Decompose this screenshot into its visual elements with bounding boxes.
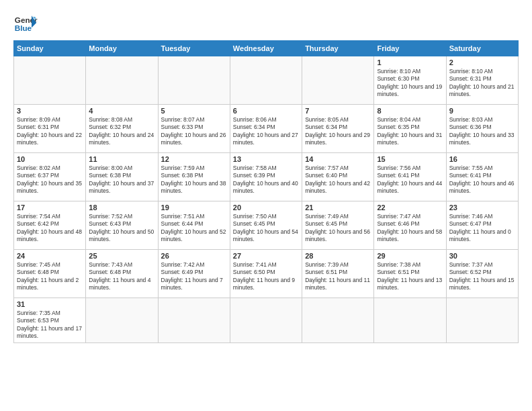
day-number: 12: [161, 155, 227, 163]
day-number: 24: [17, 252, 83, 260]
calendar-cell: 1Sunrise: 8:10 AM Sunset: 6:30 PM Daylig…: [374, 56, 446, 105]
day-number: 15: [377, 155, 443, 163]
day-number: 30: [449, 252, 515, 260]
calendar-cell: [302, 298, 374, 343]
calendar-cell: 26Sunrise: 7:42 AM Sunset: 6:49 PM Dayli…: [158, 250, 230, 298]
calendar-cell: [158, 298, 230, 343]
calendar-cell: 2Sunrise: 8:10 AM Sunset: 6:31 PM Daylig…: [446, 56, 518, 105]
day-info: Sunrise: 8:03 AM Sunset: 6:36 PM Dayligh…: [449, 116, 515, 146]
day-info: Sunrise: 7:35 AM Sunset: 6:53 PM Dayligh…: [17, 310, 82, 339]
calendar-week-row: 31Sunrise: 7:35 AM Sunset: 6:53 PM Dayli…: [14, 298, 519, 343]
calendar-week-row: 24Sunrise: 7:45 AM Sunset: 6:48 PM Dayli…: [14, 250, 519, 298]
calendar-cell: 27Sunrise: 7:41 AM Sunset: 6:50 PM Dayli…: [230, 250, 302, 298]
calendar-cell: 3Sunrise: 8:09 AM Sunset: 6:31 PM Daylig…: [14, 105, 86, 153]
calendar-cell: 8Sunrise: 8:04 AM Sunset: 6:35 PM Daylig…: [374, 105, 446, 153]
day-info: Sunrise: 7:55 AM Sunset: 6:41 PM Dayligh…: [449, 165, 515, 194]
calendar-cell: 29Sunrise: 7:38 AM Sunset: 6:51 PM Dayli…: [374, 250, 446, 298]
day-number: 1: [377, 58, 443, 66]
calendar-cell: 7Sunrise: 8:05 AM Sunset: 6:34 PM Daylig…: [302, 105, 374, 153]
day-info: Sunrise: 8:05 AM Sunset: 6:34 PM Dayligh…: [305, 116, 370, 146]
day-number: 29: [377, 252, 443, 260]
weekday-header-monday: Monday: [86, 41, 158, 56]
day-info: Sunrise: 8:02 AM Sunset: 6:37 PM Dayligh…: [17, 165, 82, 194]
svg-text:Blue: Blue: [15, 24, 32, 32]
day-info: Sunrise: 8:04 AM Sunset: 6:35 PM Dayligh…: [377, 116, 442, 146]
header: General Blue: [13, 11, 519, 35]
calendar-cell: [302, 56, 374, 105]
weekday-header-friday: Friday: [374, 41, 446, 56]
calendar-cell: 4Sunrise: 8:08 AM Sunset: 6:32 PM Daylig…: [86, 105, 158, 153]
day-number: 28: [305, 252, 371, 260]
day-info: Sunrise: 7:43 AM Sunset: 6:48 PM Dayligh…: [89, 261, 150, 291]
calendar-cell: 23Sunrise: 7:46 AM Sunset: 6:47 PM Dayli…: [446, 201, 518, 250]
calendar-cell: [230, 298, 302, 343]
day-number: 11: [89, 155, 154, 163]
calendar-week-row: 10Sunrise: 8:02 AM Sunset: 6:37 PM Dayli…: [14, 153, 519, 201]
day-info: Sunrise: 7:54 AM Sunset: 6:42 PM Dayligh…: [17, 213, 82, 242]
calendar-cell: 18Sunrise: 7:52 AM Sunset: 6:43 PM Dayli…: [86, 201, 158, 250]
day-info: Sunrise: 7:38 AM Sunset: 6:51 PM Dayligh…: [377, 261, 442, 291]
day-info: Sunrise: 8:07 AM Sunset: 6:33 PM Dayligh…: [161, 116, 226, 146]
calendar-cell: 9Sunrise: 8:03 AM Sunset: 6:36 PM Daylig…: [446, 105, 518, 153]
day-info: Sunrise: 7:37 AM Sunset: 6:52 PM Dayligh…: [449, 261, 515, 291]
day-info: Sunrise: 8:09 AM Sunset: 6:31 PM Dayligh…: [17, 116, 82, 146]
day-info: Sunrise: 7:41 AM Sunset: 6:50 PM Dayligh…: [233, 261, 295, 291]
weekday-header-tuesday: Tuesday: [158, 41, 230, 56]
calendar-cell: 21Sunrise: 7:49 AM Sunset: 6:45 PM Dayli…: [302, 201, 374, 250]
weekday-header-saturday: Saturday: [446, 41, 518, 56]
day-number: 14: [305, 155, 371, 163]
day-info: Sunrise: 7:46 AM Sunset: 6:47 PM Dayligh…: [449, 213, 511, 242]
calendar-cell: 15Sunrise: 7:56 AM Sunset: 6:41 PM Dayli…: [374, 153, 446, 201]
day-info: Sunrise: 7:59 AM Sunset: 6:38 PM Dayligh…: [161, 165, 226, 194]
calendar-cell: [230, 56, 302, 105]
day-number: 22: [377, 203, 443, 212]
calendar-week-row: 1Sunrise: 8:10 AM Sunset: 6:30 PM Daylig…: [14, 56, 519, 105]
logo: General Blue: [13, 11, 38, 35]
day-number: 4: [89, 107, 154, 115]
calendar-cell: 31Sunrise: 7:35 AM Sunset: 6:53 PM Dayli…: [14, 298, 86, 343]
calendar-week-row: 17Sunrise: 7:54 AM Sunset: 6:42 PM Dayli…: [14, 201, 519, 250]
day-info: Sunrise: 8:10 AM Sunset: 6:31 PM Dayligh…: [449, 68, 515, 97]
calendar-cell: 16Sunrise: 7:55 AM Sunset: 6:41 PM Dayli…: [446, 153, 518, 201]
calendar-cell: 17Sunrise: 7:54 AM Sunset: 6:42 PM Dayli…: [14, 201, 86, 250]
calendar-cell: 6Sunrise: 8:06 AM Sunset: 6:34 PM Daylig…: [230, 105, 302, 153]
day-number: 17: [17, 203, 83, 212]
weekday-header-wednesday: Wednesday: [230, 41, 302, 56]
day-number: 6: [233, 107, 299, 115]
day-number: 2: [449, 58, 515, 66]
calendar-cell: 25Sunrise: 7:43 AM Sunset: 6:48 PM Dayli…: [86, 250, 158, 298]
day-info: Sunrise: 7:39 AM Sunset: 6:51 PM Dayligh…: [305, 261, 370, 291]
day-number: 10: [17, 155, 83, 163]
day-info: Sunrise: 8:00 AM Sunset: 6:38 PM Dayligh…: [89, 165, 154, 194]
calendar-cell: 12Sunrise: 7:59 AM Sunset: 6:38 PM Dayli…: [158, 153, 230, 201]
day-info: Sunrise: 8:10 AM Sunset: 6:30 PM Dayligh…: [377, 68, 442, 97]
day-number: 8: [377, 107, 443, 115]
calendar-cell: 13Sunrise: 7:58 AM Sunset: 6:39 PM Dayli…: [230, 153, 302, 201]
calendar-table: SundayMondayTuesdayWednesdayThursdayFrid…: [13, 40, 519, 343]
calendar-cell: [86, 56, 158, 105]
day-number: 16: [449, 155, 515, 163]
day-info: Sunrise: 7:49 AM Sunset: 6:45 PM Dayligh…: [305, 213, 370, 242]
day-number: 7: [305, 107, 371, 115]
calendar-cell: 24Sunrise: 7:45 AM Sunset: 6:48 PM Dayli…: [14, 250, 86, 298]
day-number: 3: [17, 107, 83, 115]
calendar-cell: 28Sunrise: 7:39 AM Sunset: 6:51 PM Dayli…: [302, 250, 374, 298]
day-info: Sunrise: 8:06 AM Sunset: 6:34 PM Dayligh…: [233, 116, 298, 146]
day-number: 19: [161, 203, 227, 212]
calendar-cell: 30Sunrise: 7:37 AM Sunset: 6:52 PM Dayli…: [446, 250, 518, 298]
calendar-cell: [14, 56, 86, 105]
day-number: 27: [233, 252, 299, 260]
day-number: 13: [233, 155, 299, 163]
day-info: Sunrise: 8:08 AM Sunset: 6:32 PM Dayligh…: [89, 116, 154, 146]
calendar-cell: [374, 298, 446, 343]
day-info: Sunrise: 7:45 AM Sunset: 6:48 PM Dayligh…: [17, 261, 79, 291]
day-info: Sunrise: 7:47 AM Sunset: 6:46 PM Dayligh…: [377, 213, 442, 242]
day-number: 26: [161, 252, 227, 260]
weekday-header-sunday: Sunday: [14, 41, 86, 56]
day-info: Sunrise: 7:50 AM Sunset: 6:45 PM Dayligh…: [233, 213, 298, 242]
calendar-cell: [158, 56, 230, 105]
day-info: Sunrise: 7:51 AM Sunset: 6:44 PM Dayligh…: [161, 213, 226, 242]
day-number: 25: [89, 252, 154, 260]
day-number: 20: [233, 203, 299, 212]
day-info: Sunrise: 7:58 AM Sunset: 6:39 PM Dayligh…: [233, 165, 298, 194]
